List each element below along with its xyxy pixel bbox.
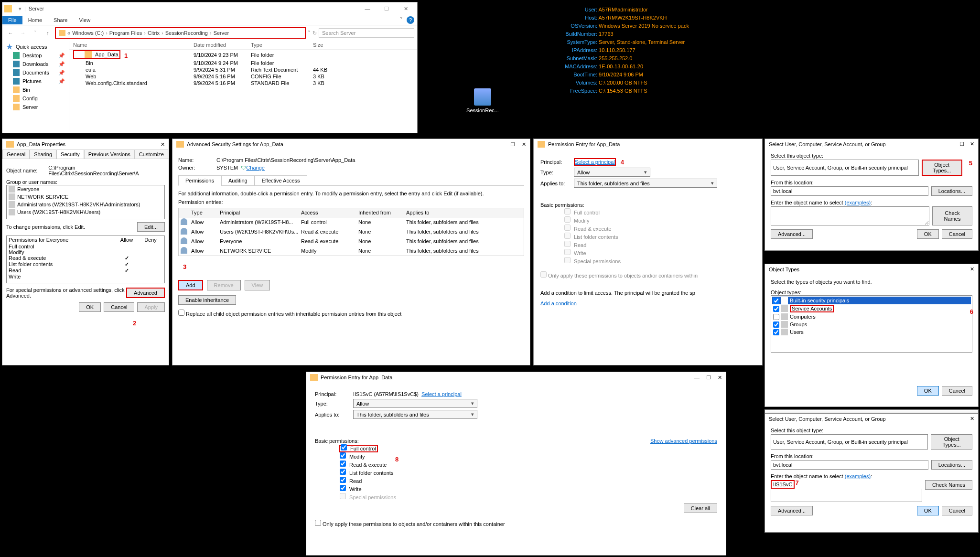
quick-access[interactable]: Quick access — [4, 43, 67, 51]
file-row[interactable]: Web.config.Citrix.standard9/9/2024 5:16 … — [69, 80, 417, 86]
tab-previous[interactable]: Previous Versions — [84, 150, 135, 159]
permission-entries-table[interactable]: TypePrincipalAccessInherited fromApplies… — [178, 208, 524, 256]
close-button[interactable]: ✕ — [970, 141, 974, 147]
column-headers[interactable]: Name Date modified Type Size — [69, 41, 417, 50]
tab-security[interactable]: Security — [56, 150, 84, 159]
object-name-input[interactable] — [771, 206, 929, 225]
check-names-button[interactable]: Check Names — [925, 480, 972, 490]
ok-button[interactable]: OK — [79, 302, 101, 312]
object-type-item[interactable]: Built-in security principals — [772, 297, 971, 304]
nav-desktop[interactable]: Desktop📌 — [4, 51, 67, 60]
minimize-button[interactable]: — — [358, 3, 377, 14]
examples-link[interactable]: (examples) — [845, 473, 871, 479]
minimize-button[interactable]: — — [694, 375, 700, 380]
add-condition-link[interactable]: Add a condition — [540, 300, 755, 306]
ok-button[interactable]: OK — [917, 386, 939, 396]
replace-checkbox[interactable] — [178, 310, 184, 316]
edit-button[interactable]: Edit... — [137, 222, 165, 232]
titlebar[interactable]: Select User, Computer, Service Account, … — [765, 139, 978, 149]
show-advanced-link[interactable]: Show advanced permissions — [650, 438, 717, 444]
close-button[interactable]: ✕ — [970, 416, 974, 422]
minimize-button[interactable]: — — [948, 141, 954, 147]
applies-to-combo[interactable]: This folder, subfolders and files — [574, 179, 717, 188]
nav-server[interactable]: Server — [4, 103, 67, 111]
tab-effective[interactable]: Effective Access — [255, 175, 307, 185]
forward-button[interactable]: → — [18, 30, 28, 36]
object-type-item[interactable]: Computers — [772, 313, 971, 321]
history-dropdown[interactable]: ˅ — [30, 30, 41, 36]
applies-to-combo[interactable]: This folder, subfolders and files — [353, 410, 477, 419]
maximize-button[interactable]: ☐ — [706, 375, 711, 381]
nav-downloads[interactable]: Downloads📌 — [4, 60, 67, 68]
desktop-shortcut[interactable]: SessionRec... — [463, 88, 502, 113]
group-item[interactable]: Administrators (W2K19ST-H8K2VKH\Administ… — [7, 201, 164, 208]
nav-documents[interactable]: Documents📌 — [4, 68, 67, 77]
address-bar[interactable]: « Windows (C:)› Program Files› Citrix› S… — [55, 27, 306, 39]
maximize-button[interactable]: ☐ — [377, 3, 396, 14]
view-button[interactable]: View — [245, 280, 270, 290]
file-row[interactable]: Bin9/10/2024 9:24 PMFile folder — [69, 60, 417, 66]
change-owner-link[interactable]: Change — [246, 165, 265, 171]
search-input[interactable]: Search Server — [319, 28, 414, 38]
group-list[interactable]: EveryoneNETWORK SERVICEAdministrators (W… — [6, 185, 165, 219]
expand-ribbon-icon[interactable]: ˅ — [400, 17, 403, 23]
clear-all-button[interactable]: Clear all — [684, 503, 717, 513]
tab-file[interactable]: File — [2, 16, 22, 24]
tab-auditing[interactable]: Auditing — [221, 175, 255, 185]
close-button[interactable]: ✕ — [161, 141, 165, 148]
file-row[interactable]: Web9/9/2024 5:16 PMCONFIG File3 KB — [69, 73, 417, 80]
titlebar[interactable]: Permission Entry for App_Data — ☐ ✕ — [306, 372, 726, 383]
tab-sharing[interactable]: Sharing — [30, 150, 56, 159]
dropdown-icon[interactable]: ˅ — [308, 30, 311, 36]
check-names-button[interactable]: Check Names — [932, 206, 972, 225]
permission-checkbox[interactable]: List folder contents — [339, 468, 717, 476]
nav-bin[interactable]: Bin — [4, 86, 67, 94]
object-type-item[interactable]: Service Accounts — [772, 304, 971, 313]
cancel-button[interactable]: Cancel — [104, 302, 134, 312]
titlebar[interactable]: Advanced Security Settings for App_Data … — [172, 139, 530, 150]
nav-pictures[interactable]: Pictures📌 — [4, 77, 67, 86]
permission-entry-row[interactable]: AllowNETWORK SERVICEModifyNoneThis folde… — [179, 246, 524, 256]
object-name-input[interactable]: IIS1SvC — [773, 482, 792, 487]
up-button[interactable]: ↑ — [43, 30, 53, 36]
titlebar[interactable]: Select User, Computer, Service Account, … — [765, 414, 978, 424]
select-principal-link[interactable]: Select a principal — [421, 391, 462, 397]
ok-button[interactable]: OK — [917, 229, 939, 239]
file-row[interactable]: eula9/9/2024 5:31 PMRich Text Document44… — [69, 66, 417, 73]
cancel-button[interactable]: Cancel — [942, 506, 972, 515]
tab-general[interactable]: General — [2, 150, 30, 159]
group-item[interactable]: Everyone — [7, 185, 164, 193]
select-principal-link[interactable]: Select a principal — [574, 158, 616, 166]
titlebar[interactable]: Object Types✕ — [765, 264, 978, 274]
group-item[interactable]: Users (W2K19ST-H8K2VKH\Users) — [7, 208, 164, 216]
permission-entry-row[interactable]: AllowEveryoneRead & executeNoneThis fold… — [179, 236, 524, 246]
maximize-button[interactable]: ☐ — [959, 141, 964, 147]
ok-button[interactable]: OK — [917, 506, 939, 515]
examples-link[interactable]: (examples) — [845, 200, 871, 205]
cancel-button[interactable]: Cancel — [942, 386, 972, 396]
close-button[interactable]: ✕ — [970, 266, 974, 272]
object-types-button[interactable]: Object Types... — [922, 160, 962, 176]
type-combo[interactable]: Allow — [574, 168, 650, 177]
enable-inheritance-button[interactable]: Enable inheritance — [178, 295, 236, 305]
titlebar[interactable]: Permission Entry for App_Data — [534, 139, 762, 150]
titlebar[interactable]: App_Data Properties ✕ — [2, 139, 169, 150]
apply-button[interactable]: Apply — [137, 302, 165, 312]
minimize-button[interactable]: — — [498, 141, 504, 147]
close-button[interactable]: ✕ — [718, 375, 722, 381]
tab-share[interactable]: Share — [48, 16, 73, 24]
file-row[interactable]: App_Data19/10/2024 9:23 PMFile folder — [69, 50, 417, 60]
locations-button[interactable]: Locations... — [931, 460, 972, 470]
object-types-list[interactable]: Built-in security principals Service Acc… — [771, 295, 972, 353]
permission-checkbox[interactable]: Write — [339, 484, 717, 493]
advanced-button[interactable]: Advanced... — [771, 506, 813, 515]
back-button[interactable]: ← — [5, 30, 16, 36]
close-button[interactable]: ✕ — [396, 3, 415, 14]
object-types-button[interactable]: Object Types... — [931, 434, 972, 450]
permission-entry-row[interactable]: AllowAdministrators (W2K19ST-H8...Full c… — [179, 217, 524, 227]
type-combo[interactable]: Allow — [353, 399, 477, 408]
nav-config[interactable]: Config — [4, 94, 67, 103]
close-button[interactable]: ✕ — [522, 141, 526, 148]
permission-checkbox[interactable]: Read — [339, 476, 717, 484]
maximize-button[interactable]: ☐ — [510, 141, 515, 148]
